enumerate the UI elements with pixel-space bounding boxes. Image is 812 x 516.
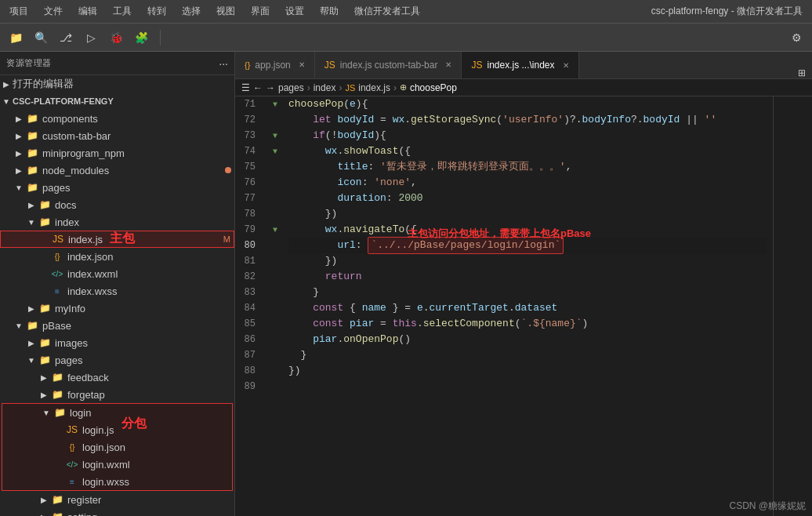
tab-app-json[interactable]: {} app.json ✕ [235, 52, 315, 78]
index-folder-icon: 📁 [38, 215, 52, 229]
folder-forgetap[interactable]: ▶ 📁 forgetap [0, 386, 234, 403]
folder-pbase[interactable]: ▼ 📁 pBase [0, 317, 234, 334]
folder-pbase-pages[interactable]: ▼ 📁 pages [0, 351, 234, 369]
code-line-89 [288, 379, 767, 394]
folder-images[interactable]: ▶ 📁 images [0, 334, 234, 351]
folder-login[interactable]: ▼ 📁 login [2, 404, 232, 421]
ln-80: 80 [235, 238, 262, 253]
pbase-pages-arrow: ▼ [25, 356, 38, 365]
folder-miniprogram-npm[interactable]: ▶ 📁 miniprogram_npm [0, 144, 234, 162]
code-line-86: piar.onOpenPop() [288, 332, 767, 347]
code-line-71: choosePop(e){ [288, 96, 767, 112]
mnpm-icon: 📁 [25, 146, 39, 160]
folder-myinfo[interactable]: ▶ 📁 myInfo [0, 300, 234, 317]
toolbar-icon-branch[interactable]: ⎇ [56, 28, 75, 47]
docs-arrow: ▶ [25, 201, 38, 209]
file-login-js[interactable]: JS login.js [2, 421, 232, 438]
menu-item-goto[interactable]: 转到 [144, 3, 169, 20]
breadcrumb-pages[interactable]: pages [278, 82, 304, 93]
toolbar-icon-search[interactable]: 🔍 [31, 28, 50, 47]
code-line-82: return [288, 269, 767, 285]
file-index-wxml[interactable]: </> index.wxml [0, 265, 234, 282]
gi-74[interactable]: ▼ [268, 144, 282, 159]
file-login-wxss[interactable]: ≡ login.wxss [2, 473, 232, 490]
window-title: csc-platform-fengy - 微信开发者工具 [648, 3, 806, 20]
folder-docs[interactable]: ▶ 📁 docs [0, 196, 234, 213]
feedback-label: feedback [67, 372, 234, 383]
ln-77: 77 [235, 191, 262, 206]
menu-item-interface[interactable]: 界面 [248, 3, 273, 20]
toolbar-icon-folder[interactable]: 📁 [6, 28, 25, 47]
code-line-85: const piar = this.selectComponent(`.${na… [288, 316, 767, 332]
gi-77 [268, 191, 282, 206]
tab-indexjs-ctb-icon: JS [324, 60, 335, 71]
menu-item-view[interactable]: 视图 [213, 3, 238, 20]
indexwxss-label: index.wxss [67, 285, 234, 297]
folder-custom-tab-bar[interactable]: ▶ 📁 custom-tab-bar [0, 127, 234, 144]
toolbar-icon-settings[interactable]: ⚙ [787, 28, 806, 47]
sidebar-title: 资源管理器 [6, 57, 219, 69]
breadcrumb-list-icon[interactable]: ☰ [241, 82, 250, 93]
folder-components[interactable]: ▶ 📁 components [0, 110, 234, 127]
folder-node-modules[interactable]: ▶ 📁 node_modules [0, 162, 234, 179]
tab-index-js-index[interactable]: JS index.js ...\index ✕ [462, 52, 578, 78]
breadcrumb-choosepop[interactable]: choosePop [410, 82, 457, 93]
breadcrumb-back-icon[interactable]: ← [253, 82, 263, 93]
tab-indexjs-index-close[interactable]: ✕ [563, 61, 569, 70]
gi-79[interactable]: ▼ [268, 222, 282, 238]
code-line-84: const { name } = e.currentTarget.dataset [288, 300, 767, 316]
breadcrumb-file-icon: JS [345, 83, 355, 93]
gi-87 [268, 347, 282, 363]
folder-feedback[interactable]: ▶ 📁 feedback [0, 369, 234, 386]
ln-88: 88 [235, 363, 262, 379]
folder-setting[interactable]: ▶ 📁 setting [0, 508, 234, 516]
toolbar-icon-extensions[interactable]: 🧩 [132, 28, 150, 47]
menu-item-help[interactable]: 帮助 [317, 3, 342, 20]
loginwxss-label: login.wxss [82, 476, 232, 488]
toolbar-icon-run[interactable]: ▷ [82, 28, 100, 47]
folder-pages[interactable]: ▼ 📁 pages [0, 179, 234, 196]
minimap[interactable] [773, 96, 812, 516]
indexwxss-icon: ≡ [50, 284, 64, 298]
menu-item-tools[interactable]: 工具 [110, 3, 135, 20]
breadcrumb-sep1: › [307, 82, 310, 93]
project-root[interactable]: ▼ CSC-PLATFORM-FENGY [0, 93, 234, 110]
folder-register[interactable]: ▶ 📁 register [0, 491, 234, 508]
file-index-json[interactable]: {} index.json [0, 248, 234, 265]
pbase-pages-icon: 📁 [38, 353, 52, 367]
gi-73[interactable]: ▼ [268, 128, 282, 144]
tab-app-json-close[interactable]: ✕ [299, 60, 305, 69]
ln-75: 75 [235, 159, 262, 175]
sidebar-new-file-icon[interactable]: ··· [219, 57, 228, 70]
menu-item-select[interactable]: 选择 [179, 3, 204, 20]
breadcrumb-forward-icon[interactable]: → [266, 82, 275, 93]
toolbar-icon-debug[interactable]: 🐞 [107, 28, 125, 47]
file-login-json[interactable]: {} login.json [2, 438, 232, 456]
tab-index-js-ctb[interactable]: JS index.js custom-tab-bar ✕ [315, 52, 462, 78]
tab-indexjs-ctb-close[interactable]: ✕ [445, 60, 451, 69]
ctb-icon: 📁 [25, 129, 39, 143]
menu-item-file[interactable]: 文件 [41, 3, 66, 20]
pbase-arrow: ▼ [13, 322, 25, 330]
menu-item-edit[interactable]: 编辑 [75, 3, 100, 20]
menu-item-settings[interactable]: 设置 [282, 3, 307, 20]
images-label: images [55, 337, 234, 349]
gi-80 [268, 238, 282, 253]
code-content[interactable]: choosePop(e){ let bodyId = wx.getStorage… [282, 96, 773, 516]
loginjson-label: login.json [82, 442, 232, 453]
file-index-js[interactable]: JS index.js M [0, 231, 234, 248]
gi-71[interactable]: ▼ [268, 96, 282, 112]
folder-index[interactable]: ▼ 📁 index [0, 213, 234, 231]
breadcrumb-indexjs[interactable]: index.js [358, 82, 390, 93]
file-index-wxss[interactable]: ≡ index.wxss [0, 282, 234, 300]
ln-86: 86 [235, 332, 262, 347]
open-editors-section[interactable]: ▶ 打开的编辑器 [0, 75, 234, 93]
feedback-arrow: ▶ [38, 373, 50, 382]
menu-item-wechat[interactable]: 微信开发者工具 [351, 3, 423, 20]
menu-item-project[interactable]: 项目 [6, 3, 31, 20]
file-login-wxml[interactable]: </> login.wxml [2, 456, 232, 473]
breadcrumb-index[interactable]: index [314, 82, 336, 93]
gi-83 [268, 285, 282, 300]
tab-split-icon[interactable]: ⊞ [798, 67, 806, 78]
menu-bar: 项目 文件 编辑 工具 转到 选择 视图 界面 设置 帮助 微信开发者工具 cs… [0, 0, 812, 24]
